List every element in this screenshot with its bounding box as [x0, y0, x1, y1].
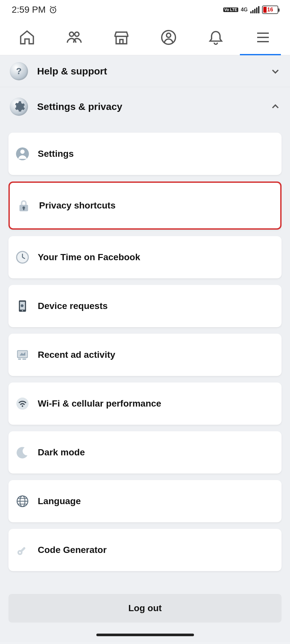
- top-nav: [0, 20, 290, 55]
- menu-icon: [255, 29, 271, 46]
- logout-area: Log out: [0, 584, 290, 629]
- gear-icon: [10, 98, 28, 116]
- clock-icon: [15, 250, 30, 265]
- section-settings-privacy[interactable]: Settings & privacy: [0, 87, 290, 126]
- settings-item-label: Code Generator: [38, 545, 107, 555]
- globe-icon: [15, 494, 30, 509]
- settings-item-privacy-shortcuts[interactable]: Privacy shortcuts: [8, 181, 282, 230]
- logout-button[interactable]: Log out: [8, 594, 282, 623]
- settings-badge-icon: [15, 146, 30, 161]
- svg-point-10: [20, 150, 24, 154]
- signal-icon: [250, 6, 259, 13]
- settings-item-label: Settings: [38, 149, 74, 159]
- svg-point-21: [22, 310, 23, 312]
- settings-item-wifi-cellular[interactable]: Wi-Fi & cellular performance: [8, 382, 282, 425]
- battery-indicator: 16: [262, 6, 278, 14]
- settings-item-label: Device requests: [38, 301, 108, 311]
- wifi-icon: [15, 396, 30, 411]
- battery-percent: 16: [267, 7, 273, 13]
- settings-privacy-title: Settings & privacy: [37, 101, 122, 112]
- bottom-pad: [0, 629, 290, 642]
- ad-activity-icon: [15, 347, 30, 362]
- help-support-title: Help & support: [37, 66, 107, 77]
- clock-time: 2:59 PM: [12, 5, 46, 15]
- lock-icon: [16, 198, 31, 213]
- svg-point-22: [21, 304, 24, 307]
- nav-marketplace[interactable]: [98, 20, 145, 55]
- settings-item-label: Dark mode: [38, 447, 85, 458]
- settings-item-dark-mode[interactable]: Dark mode: [8, 431, 282, 474]
- marketplace-icon: [113, 29, 130, 46]
- alarm-icon: [49, 6, 57, 14]
- chevron-down-icon: [270, 66, 280, 76]
- home-indicator[interactable]: [96, 634, 194, 636]
- settings-item-language[interactable]: Language: [8, 480, 282, 522]
- svg-point-1: [69, 32, 74, 36]
- key-icon: [15, 543, 30, 557]
- svg-point-4: [167, 33, 171, 37]
- svg-rect-36: [20, 547, 26, 553]
- bell-icon: [207, 29, 224, 46]
- settings-item-label: Your Time on Facebook: [38, 252, 140, 262]
- settings-item-device-requests[interactable]: Device requests: [8, 285, 282, 327]
- svg-rect-13: [23, 208, 24, 210]
- nav-active-indicator: [240, 54, 281, 55]
- nav-menu[interactable]: [240, 20, 287, 55]
- settings-item-code-generator[interactable]: Code Generator: [8, 529, 282, 571]
- svg-point-28: [22, 405, 23, 407]
- friends-icon: [66, 29, 83, 46]
- settings-item-recent-ad-activity[interactable]: Recent ad activity: [8, 334, 282, 376]
- moon-icon: [15, 445, 30, 460]
- settings-list: Settings Privacy shortcuts Your Time on …: [0, 126, 290, 584]
- network-4g-label: 4G: [241, 7, 248, 12]
- home-icon: [19, 29, 35, 46]
- profile-icon: [160, 29, 177, 46]
- settings-item-label: Recent ad activity: [38, 350, 115, 360]
- status-bar: 2:59 PM Vo LTE 4G 16: [0, 0, 290, 20]
- nav-notifications[interactable]: [192, 20, 240, 55]
- svg-text:?: ?: [16, 66, 22, 76]
- settings-item-label: Wi-Fi & cellular performance: [38, 398, 161, 409]
- nav-profile[interactable]: [145, 20, 192, 55]
- nav-home[interactable]: [3, 20, 50, 55]
- settings-item-your-time[interactable]: Your Time on Facebook: [8, 236, 282, 278]
- volte-badge: Vo LTE: [223, 7, 238, 12]
- chevron-up-icon: [270, 102, 280, 112]
- status-right: Vo LTE 4G 16: [223, 6, 278, 14]
- settings-item-label: Language: [38, 496, 81, 506]
- logout-label: Log out: [128, 603, 162, 613]
- svg-point-2: [75, 32, 79, 36]
- device-icon: [15, 299, 30, 314]
- help-icon: ?: [10, 62, 28, 80]
- settings-item-settings[interactable]: Settings: [8, 133, 282, 175]
- status-left: 2:59 PM: [12, 5, 57, 15]
- nav-friends[interactable]: [50, 20, 98, 55]
- section-help-support[interactable]: ? Help & support: [0, 55, 290, 87]
- settings-item-label: Privacy shortcuts: [39, 200, 116, 211]
